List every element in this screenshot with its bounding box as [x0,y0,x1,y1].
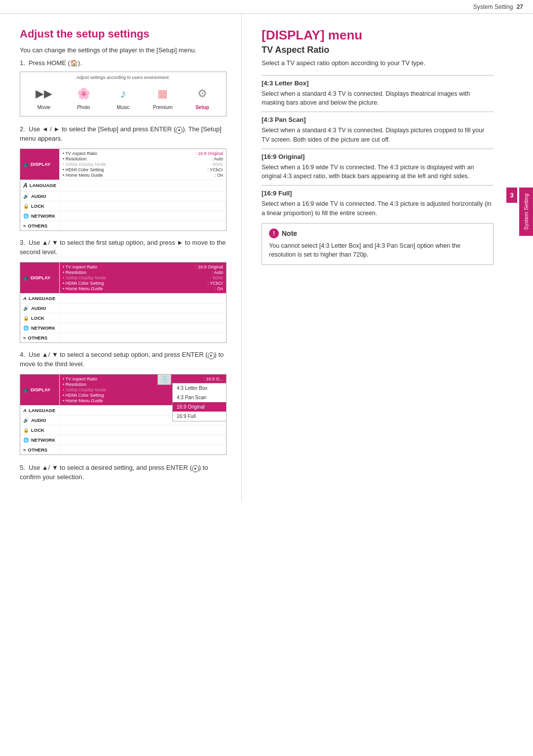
chapter-number: 3 [506,188,517,203]
others-cell-1: ≡ OTHERS [20,221,60,230]
lock-right-1 [60,201,226,211]
audio-icon-3: 🔊 [23,417,29,423]
left-column: Adjust the setup settings You can change… [0,14,242,502]
menu-row-audio-1: 🔊 AUDIO [20,191,226,201]
menu-row-display-1: 📺 DISPLAY • TV Aspect Ratio : 16:9 Origi… [20,149,226,180]
audio-right-1 [60,191,226,201]
network-right-1 [60,211,226,221]
premium-icon: ▦ [152,85,174,103]
tv-aspect-row-1: • TV Aspect Ratio : 16:9 Original [63,151,223,156]
hdmi-row-2: • HDMI Color Setting : YCbCr [63,281,223,286]
others-cell-3: ≡ OTHERS [20,445,60,454]
network-icon-1: 🌐 [23,213,29,219]
step-5-text: 5. Use ▲/ ▼ to select a desired setting,… [20,463,227,482]
side-tab-label: System Setting [519,188,533,236]
display-settings-1: • TV Aspect Ratio : 16:9 Original • Reso… [60,149,226,180]
note-header: ! Note [269,228,486,238]
home-icon-setup: ⚙ Setup [191,85,213,110]
menu-row-language-1: A LANGUAGE [20,180,226,191]
movie-icon: ▶▶ [33,85,55,103]
photo-label: Photo [77,105,90,110]
sub-section-pan-scan: [4:3 Pan Scan] Select when a standard 4:… [262,112,494,145]
dropdown-item-letter-box[interactable]: 4:3 Letter Box [173,383,226,393]
others-right-2 [60,333,226,342]
note-icon: ! [269,228,279,238]
network-right-2 [60,323,226,333]
dropdown-item-169-full[interactable]: 16:9 Full [173,412,226,421]
menu-row-network-3: 🌐 NETWORK [20,435,226,445]
menu-row-network-2: 🌐 NETWORK [20,323,226,333]
sub-section-169-original: [16:9 Original] Select when a 16:9 wide … [262,149,494,182]
menu-row-network-1: 🌐 NETWORK [20,211,226,221]
others-right-1 [60,221,226,230]
others-icon-2: ≡ [23,335,26,340]
language-cell-2: A LANGUAGE [20,294,60,303]
audio-right-2 [60,303,226,313]
header-section: System Setting [473,3,513,10]
menu-row-others-3: ≡ OTHERS [20,445,226,454]
dropdown-item-pan-scan[interactable]: 4:3 Pan Scan [173,393,226,402]
music-icon: ♪ [112,85,134,103]
language-cell-1: A LANGUAGE [20,180,60,191]
home-icon-photo: 🌸 Photo [73,85,94,110]
step-1-num: 1. Press HOME ( [20,59,70,67]
audio-cell-2: 🔊 AUDIO [20,303,60,313]
movie-label: Movie [38,105,51,110]
menu-screen-1: 📺 DISPLAY • TV Aspect Ratio : 16:9 Origi… [20,149,227,231]
setup-label: Setup [195,105,209,110]
aspect-ratio-dropdown: 4:3 Letter Box 4:3 Pan Scan 16:9 Origina… [172,383,227,421]
home-icon: 🏠 [70,59,78,67]
language-right-2 [60,294,226,303]
network-cell-1: 🌐 NETWORK [20,211,60,221]
lock-cell-1: 🔒 LOCK [20,201,60,211]
language-icon-3: A [23,408,27,413]
display-icon-3: 📺 [23,387,29,392]
page-header: System Setting 27 [0,0,533,14]
network-cell-2: 🌐 NETWORK [20,323,60,333]
right-column: [DISPLAY] menu TV Aspect Ratio Select a … [242,14,518,502]
others-icon-1: ≡ [23,223,26,228]
note-text: You cannot select [4:3 Letter Box] and [… [269,241,486,260]
letter-box-title: [4:3 Letter Box] [262,79,494,87]
note-box: ! Note You cannot select [4:3 Letter Box… [262,223,494,265]
menu-row-lock-2: 🔒 LOCK [20,313,226,323]
intro-text: You can change the settings of the playe… [20,45,227,55]
language-icon-1: A [23,182,28,189]
audio-icon-1: 🔊 [23,193,29,199]
display-mode-row-2: • 1080p Display Mode : 60Hz [63,275,223,280]
page-number: 27 [517,3,523,10]
language-cell-3: A LANGUAGE [20,406,60,415]
lock-cell-3: 🔒 LOCK [20,425,60,435]
step-2-text: 2. Use ◄ / ► to select the [Setup] and p… [20,124,227,144]
letter-box-text: Select when a standard 4:3 TV is connect… [262,89,494,108]
menu-row-others-1: ≡ OTHERS [20,221,226,230]
step-4-text: 4. Use ▲/ ▼ to select a second setup opt… [20,350,227,369]
display-settings-2: • TV Aspect Ratio : 16:9 Original • Reso… [60,263,226,293]
language-icon-2: A [23,296,27,301]
others-icon-3: ≡ [23,447,26,453]
right-title: [DISPLAY] menu [262,28,494,43]
enter-icon-2: ● [208,352,215,359]
audio-icon-2: 🔊 [23,305,29,311]
home-icon-music: ♪ Music [112,85,134,110]
step-3-text: 3. Use ▲/ ▼ to select the first setup op… [20,238,227,257]
lock-icon-2: 🔒 [23,315,29,321]
display-cell-2: 📺 DISPLAY [20,263,60,293]
sub-section-letter-box: [4:3 Letter Box] Select when a standard … [262,75,494,108]
dropdown-item-169-original[interactable]: 16:9 Original [173,402,226,412]
note-label: Note [282,229,297,237]
menu-row-audio-2: 🔊 AUDIO [20,303,226,313]
setup-icon: ⚙ [191,85,213,103]
menu-row-display-2: 📺 DISPLAY • TV Aspect Ratio : 16:9 Origi… [20,263,226,294]
lock-icon-3: 🔒 [23,427,29,433]
home-icons-row: ▶▶ Movie 🌸 Photo ♪ Music ▦ Premium ⚙ [24,83,222,112]
resolution-row-1: • Resolution : Auto [63,156,223,161]
tv-aspect-ratio-heading: TV Aspect Ratio [262,45,494,55]
hdmi-row-1: • HDMI Color Setting : YCbCr [63,167,223,172]
lock-right-2 [60,313,226,323]
network-icon-2: 🌐 [23,325,29,331]
display-cell-1: 📺 DISPLAY [20,149,60,180]
language-right-1 [60,180,226,191]
display-mode-row-1: • 1080p Display Mode : 60Hz [63,162,223,167]
disc-icon: 💿 [157,374,171,385]
